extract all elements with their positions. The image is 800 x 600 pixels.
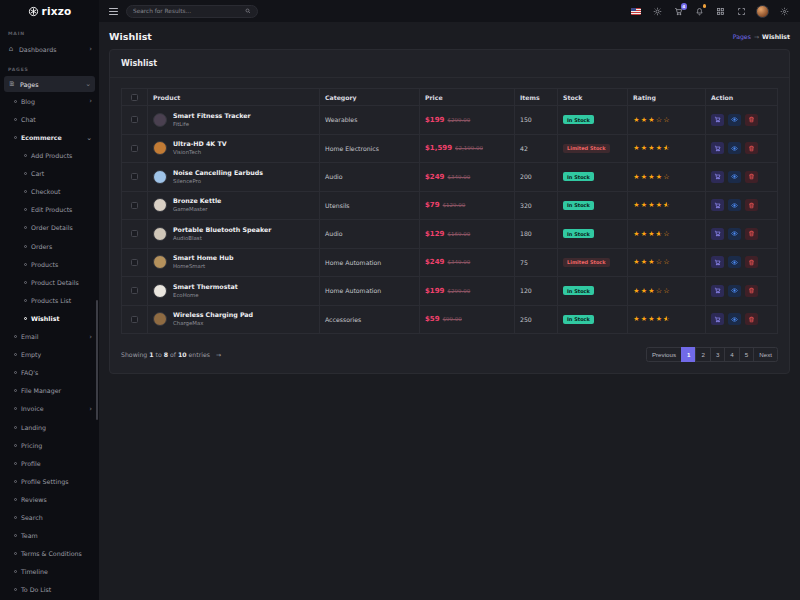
add-to-cart-button[interactable] xyxy=(711,228,724,240)
add-to-cart-button[interactable] xyxy=(711,171,724,183)
sidebar-item-profile-settings[interactable]: Profile Settings xyxy=(0,472,99,490)
breadcrumb: Pages → Wishlist xyxy=(733,33,790,40)
sidebar-item-products-list[interactable]: Products List xyxy=(0,291,99,309)
add-to-cart-button[interactable] xyxy=(711,256,724,268)
add-to-cart-button[interactable] xyxy=(711,142,724,154)
sidebar-item-blog[interactable]: Blog› xyxy=(0,92,99,110)
sidebar-item-checkout[interactable]: Checkout xyxy=(0,183,99,201)
apps-grid-icon xyxy=(716,7,725,16)
sidebar-item-profile[interactable]: Profile xyxy=(0,454,99,472)
sidebar-item-wishlist[interactable]: Wishlist xyxy=(0,309,99,327)
theme-toggle-button[interactable] xyxy=(651,5,663,17)
sidebar-item-faq-s[interactable]: FAQ's xyxy=(0,364,99,382)
sidebar-item-timeline[interactable]: Timeline xyxy=(0,563,99,581)
search-input[interactable] xyxy=(133,8,241,14)
hamburger-menu-icon[interactable] xyxy=(109,8,118,15)
sidebar-item-order-details[interactable]: Order Details xyxy=(0,219,99,237)
product-price: $79 xyxy=(425,201,440,209)
delete-button[interactable] xyxy=(745,171,758,183)
cart-button[interactable]: 4 xyxy=(672,5,684,17)
view-button[interactable] xyxy=(728,171,741,183)
row-checkbox[interactable] xyxy=(131,173,138,180)
select-all-checkbox[interactable] xyxy=(131,94,138,101)
product-name: Portable Bluetooth Speaker xyxy=(173,226,271,235)
sidebar-item-team[interactable]: Team xyxy=(0,527,99,545)
sidebar-item-reviews[interactable]: Reviews xyxy=(0,490,99,508)
wishlist-table: Product Category Price Items Stock Ratin… xyxy=(121,88,778,334)
sidebar-item-file-manager[interactable]: File Manager xyxy=(0,382,99,400)
fullscreen-button[interactable] xyxy=(735,5,747,17)
apps-button[interactable] xyxy=(714,5,726,17)
row-checkbox[interactable] xyxy=(131,287,138,294)
view-button[interactable] xyxy=(728,199,741,211)
sidebar-item-empty[interactable]: Empty xyxy=(0,346,99,364)
sidebar-item-email[interactable]: Email› xyxy=(0,328,99,346)
sidebar-item-label: Invoice xyxy=(21,405,44,412)
notifications-button[interactable] xyxy=(693,5,705,17)
sidebar-item-orders[interactable]: Orders xyxy=(0,237,99,255)
view-button[interactable] xyxy=(728,114,741,126)
delete-button[interactable] xyxy=(745,228,758,240)
sidebar-item-search[interactable]: Search xyxy=(0,508,99,526)
bullet-icon xyxy=(24,190,27,193)
page-button-5[interactable]: 5 xyxy=(739,347,754,362)
sidebar-item-products[interactable]: Products xyxy=(0,255,99,273)
previous-button[interactable]: Previous xyxy=(646,347,682,362)
delete-button[interactable] xyxy=(745,142,758,154)
delete-button[interactable] xyxy=(745,199,758,211)
row-checkbox[interactable] xyxy=(131,145,138,152)
product-image xyxy=(153,113,167,127)
sidebar-item-label: Profile Settings xyxy=(21,478,68,485)
sidebar-item-chat[interactable]: Chat xyxy=(0,110,99,128)
sidebar-item-pricing[interactable]: Pricing xyxy=(0,436,99,454)
trash-icon xyxy=(748,287,755,294)
add-to-cart-button[interactable] xyxy=(711,313,724,325)
chevron-right-icon: › xyxy=(89,333,92,341)
page-button-4[interactable]: 4 xyxy=(724,347,739,362)
view-button[interactable] xyxy=(728,228,741,240)
delete-button[interactable] xyxy=(745,285,758,297)
view-button[interactable] xyxy=(728,313,741,325)
sidebar-item-to-do-list[interactable]: To Do List xyxy=(0,581,99,599)
add-to-cart-button[interactable] xyxy=(711,285,724,297)
product-brand: VisionTech xyxy=(173,149,227,156)
sidebar-item-add-products[interactable]: Add Products xyxy=(0,147,99,165)
page-button-1[interactable]: 1 xyxy=(681,347,696,362)
sidebar-item-terms-conditions[interactable]: Terms & Conditions xyxy=(0,545,99,563)
row-checkbox[interactable] xyxy=(131,316,138,323)
delete-button[interactable] xyxy=(745,256,758,268)
settings-button[interactable] xyxy=(778,5,790,17)
delete-button[interactable] xyxy=(745,114,758,126)
next-button[interactable]: Next xyxy=(753,347,778,362)
sidebar-item-product-details[interactable]: Product Details xyxy=(0,273,99,291)
entries-arrow-icon: → xyxy=(216,351,221,358)
add-to-cart-button[interactable] xyxy=(711,199,724,211)
view-button[interactable] xyxy=(728,285,741,297)
us-flag-icon xyxy=(631,8,641,15)
view-button[interactable] xyxy=(728,142,741,154)
sidebar-item-dashboards[interactable]: ⌂Dashboards› xyxy=(0,40,99,58)
sidebar-item-landing[interactable]: Landing xyxy=(0,418,99,436)
sidebar-item-ecommerce[interactable]: Ecommerce⌄ xyxy=(0,128,99,146)
row-checkbox[interactable] xyxy=(131,202,138,209)
sidebar-item-pages[interactable]: 🗎Pages⌄ xyxy=(4,76,95,92)
sidebar-scrollbar[interactable] xyxy=(96,300,98,420)
sidebar-item-edit-products[interactable]: Edit Products xyxy=(0,201,99,219)
user-avatar[interactable] xyxy=(756,5,769,18)
sidebar-item-invoice[interactable]: Invoice› xyxy=(0,400,99,418)
brand-logo[interactable]: rixzo xyxy=(0,0,99,22)
page-button-3[interactable]: 3 xyxy=(710,347,725,362)
add-to-cart-button[interactable] xyxy=(711,114,724,126)
view-button[interactable] xyxy=(728,256,741,268)
delete-button[interactable] xyxy=(745,313,758,325)
product-brand: AudioBlast xyxy=(173,235,271,242)
row-checkbox[interactable] xyxy=(131,116,138,123)
row-checkbox[interactable] xyxy=(131,230,138,237)
stock-badge: In Stock xyxy=(563,115,594,124)
language-flag-button[interactable] xyxy=(630,5,642,17)
breadcrumb-pages-link[interactable]: Pages xyxy=(733,33,751,40)
sidebar-item-cart[interactable]: Cart xyxy=(0,165,99,183)
page-button-2[interactable]: 2 xyxy=(695,347,710,362)
row-checkbox[interactable] xyxy=(131,259,138,266)
search-icon[interactable] xyxy=(245,8,251,14)
